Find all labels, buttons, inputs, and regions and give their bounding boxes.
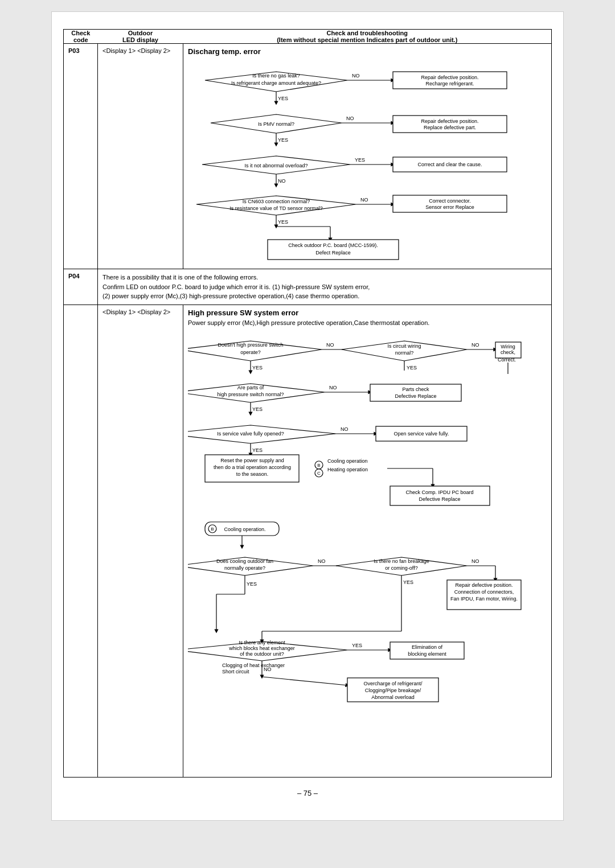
svg-text:Clogging of heat exchanger: Clogging of heat exchanger	[222, 663, 285, 668]
svg-text:Cooling operation.: Cooling operation.	[224, 526, 265, 532]
svg-text:NO: NO	[346, 116, 354, 121]
svg-text:Replace defective part.: Replace defective part.	[424, 125, 476, 130]
svg-text:YES: YES	[355, 157, 365, 163]
svg-text:Repair defective position.: Repair defective position.	[421, 118, 478, 124]
svg-text:Defective    Replace: Defective Replace	[395, 393, 436, 399]
svg-text:Open service valve fully.: Open service valve fully.	[394, 431, 449, 437]
svg-text:YES: YES	[252, 406, 263, 412]
p04-info-text: There is a possibility that it is one of…	[98, 269, 552, 305]
svg-text:NO: NO	[472, 342, 479, 348]
svg-text:Is service valve fully opened?: Is service valve fully opened?	[217, 431, 284, 437]
svg-text:which blocks heat exchanger: which blocks heat exchanger	[228, 645, 295, 651]
svg-text:Defective    Replace: Defective Replace	[419, 496, 460, 502]
p04-info: There is a possibility that it is one of…	[102, 274, 370, 299]
svg-text:NO: NO	[278, 178, 286, 184]
p04-display-cell: <Display 1> <Display 2>	[98, 305, 183, 777]
svg-text:Are parts of: Are parts of	[237, 385, 264, 390]
main-table: Checkcode OutdoorLED display Check and t…	[63, 29, 552, 778]
svg-text:Heating operation: Heating operation	[327, 467, 368, 472]
svg-text:B: B	[211, 526, 214, 532]
svg-text:YES: YES	[403, 579, 413, 585]
p03-content: Discharg temp. error Is there no gas lea…	[183, 44, 552, 269]
header-check-troubleshoot: Check and troubleshooting(Item without s…	[183, 30, 552, 44]
svg-text:Defect    Replace: Defect Replace	[315, 250, 351, 256]
svg-text:check,: check,	[501, 349, 515, 355]
svg-text:Overcharge of refrigerant/: Overcharge of refrigerant/	[363, 681, 423, 686]
svg-text:YES: YES	[407, 365, 417, 371]
p04-content: High pressure SW system error Power supp…	[183, 305, 552, 777]
svg-text:Cooling operation: Cooling operation	[327, 458, 368, 464]
p04-subtitle: Power supply error (Mc),High pressure pr…	[188, 319, 547, 326]
svg-text:high pressure switch normal?: high pressure switch normal?	[217, 392, 284, 397]
p04-display-row: <Display 1> <Display 2> High pressure SW…	[64, 305, 552, 777]
svg-text:NO: NO	[472, 558, 479, 564]
svg-text:Is PMV normal?: Is PMV normal?	[258, 121, 294, 127]
svg-text:C: C	[317, 471, 321, 476]
page-number: – 75 –	[63, 789, 552, 797]
svg-text:normally operate?: normally operate?	[224, 565, 265, 571]
svg-text:Correct and clear the cause.: Correct and clear the cause.	[417, 162, 482, 167]
svg-text:YES: YES	[278, 219, 288, 225]
p03-display-label: <Display 1> <Display 2>	[102, 47, 170, 54]
p04-info-row: P04 There is a possibility that it is on…	[64, 269, 552, 305]
svg-text:Clogging/Pipe breakage/: Clogging/Pipe breakage/	[365, 688, 421, 693]
svg-text:Wiring: Wiring	[501, 344, 515, 349]
svg-text:Abnormal overload: Abnormal overload	[371, 694, 415, 700]
p04-display-label: <Display 1> <Display 2>	[102, 308, 170, 315]
svg-text:NO: NO	[352, 73, 360, 79]
svg-text:Is there no gas leak?: Is there no gas leak?	[252, 73, 300, 79]
svg-text:Connection of connectors,: Connection of connectors,	[454, 589, 514, 595]
svg-text:Is refrigerant charge amount a: Is refrigerant charge amount adequate?	[231, 80, 321, 86]
svg-text:Sensor error    Replace: Sensor error Replace	[425, 204, 474, 210]
svg-text:Correct.: Correct.	[498, 357, 516, 363]
svg-line-133	[262, 677, 347, 685]
p03-row: P03 <Display 1> <Display 2> Discharg tem…	[64, 44, 552, 269]
svg-text:YES: YES	[278, 96, 288, 101]
svg-text:or coming-off?: or coming-off?	[385, 565, 417, 571]
svg-text:Recharge refrigerant.: Recharge refrigerant.	[425, 81, 474, 87]
svg-text:Is circuit wiring: Is circuit wiring	[387, 343, 421, 349]
svg-text:NO: NO	[341, 426, 348, 432]
p04-flowchart: Doesn't high pressure switch operate? YE…	[188, 330, 524, 774]
svg-text:operate?: operate?	[240, 349, 261, 355]
svg-text:to the season.: to the season.	[236, 471, 269, 477]
svg-text:YES: YES	[352, 643, 362, 648]
p04-title: High pressure SW system error	[188, 308, 547, 317]
svg-text:Parts check: Parts check	[402, 386, 429, 392]
svg-text:then do a trial operation acco: then do a trial operation according	[214, 464, 291, 470]
svg-text:YES: YES	[252, 447, 263, 453]
svg-text:Repair defective position.: Repair defective position.	[421, 75, 478, 80]
svg-text:NO: NO	[360, 197, 368, 203]
header-led-display: OutdoorLED display	[98, 30, 183, 44]
svg-text:YES: YES	[252, 365, 263, 371]
svg-text:YES: YES	[247, 581, 257, 587]
svg-text:Check outdoor P.C. board (MCC-: Check outdoor P.C. board (MCC-1599).	[288, 242, 378, 248]
svg-text:Repair defective position.: Repair defective position.	[455, 582, 512, 588]
svg-text:Is it not abnormal overload?: Is it not abnormal overload?	[244, 163, 308, 168]
svg-text:Is resistance value of TD sens: Is resistance value of TD sensor normal?	[229, 205, 322, 211]
svg-text:normal?: normal?	[395, 350, 414, 356]
page: Checkcode OutdoorLED display Check and t…	[51, 11, 564, 821]
svg-text:Fan IPDU, Fan motor, Wiring.: Fan IPDU, Fan motor, Wiring.	[450, 596, 518, 602]
p03-title: Discharg temp. error	[188, 47, 547, 56]
header-check-code: Checkcode	[64, 30, 98, 44]
svg-text:of the outdoor unit?: of the outdoor unit?	[240, 651, 284, 657]
svg-text:Is there no fan breakage: Is there no fan breakage	[374, 558, 429, 564]
svg-text:YES: YES	[278, 137, 288, 143]
svg-text:Doesn't high pressure switch: Doesn't high pressure switch	[218, 342, 284, 348]
svg-text:NO: NO	[264, 667, 272, 672]
p04-code-empty	[64, 305, 98, 777]
svg-text:Check Comp. IPDU PC board: Check Comp. IPDU PC board	[405, 489, 473, 495]
p03-code: P03	[64, 44, 98, 269]
svg-text:Reset the power supply and: Reset the power supply and	[220, 458, 284, 463]
svg-text:blocking element: blocking element	[408, 651, 446, 657]
svg-text:Does cooling outdoor fan: Does cooling outdoor fan	[216, 558, 273, 564]
svg-text:NO: NO	[326, 342, 334, 348]
svg-text:Elimination of: Elimination of	[412, 644, 443, 650]
svg-text:Is CN603 connection normal?: Is CN603 connection normal?	[243, 199, 310, 204]
svg-text:B: B	[317, 463, 320, 468]
svg-text:Correct connector.: Correct connector.	[429, 198, 471, 204]
p03-flowchart: Is there no gas leak? Is refrigerant cha…	[188, 60, 518, 265]
svg-text:Short circuit: Short circuit	[222, 669, 249, 674]
svg-text:NO: NO	[318, 558, 326, 564]
